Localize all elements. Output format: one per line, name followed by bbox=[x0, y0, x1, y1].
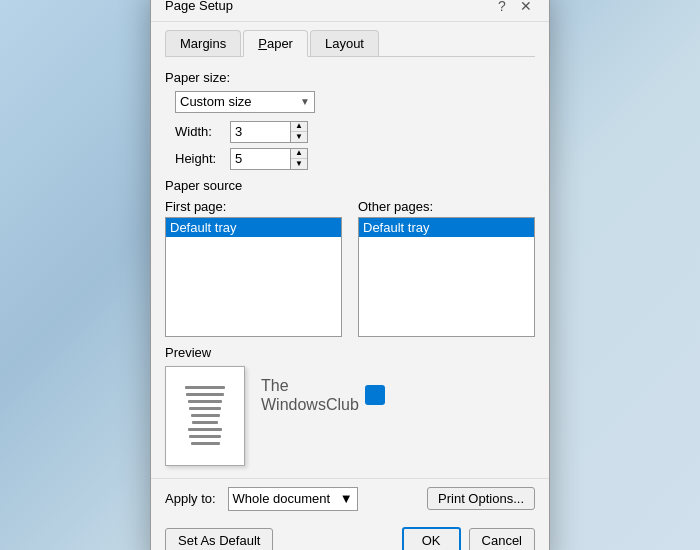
tab-layout[interactable]: Layout bbox=[310, 30, 379, 57]
first-page-label: First page: bbox=[165, 199, 342, 214]
height-input-group: ▲ ▼ bbox=[230, 148, 308, 170]
height-spinners: ▲ ▼ bbox=[290, 148, 308, 170]
other-pages-default-item[interactable]: Default tray bbox=[359, 218, 534, 237]
preview-label: Preview bbox=[165, 345, 535, 360]
preview-line-6 bbox=[192, 421, 218, 424]
source-row: First page: Default tray Other pages: De… bbox=[165, 199, 535, 337]
other-pages-col: Other pages: Default tray bbox=[358, 199, 535, 337]
windows-club-icon bbox=[365, 385, 385, 405]
preview-line-4 bbox=[189, 407, 221, 410]
preview-line-3 bbox=[188, 400, 223, 403]
tab-margins[interactable]: Margins bbox=[165, 30, 241, 57]
width-up-button[interactable]: ▲ bbox=[291, 122, 307, 132]
page-setup-dialog: Page Setup ? ✕ Margins Paper Layout Pape… bbox=[150, 0, 550, 550]
width-down-button[interactable]: ▼ bbox=[291, 132, 307, 142]
dialog-footer: Set As Default OK Cancel bbox=[151, 519, 549, 551]
other-pages-listbox[interactable]: Default tray bbox=[358, 217, 535, 337]
ok-button[interactable]: OK bbox=[402, 527, 461, 551]
paper-size-arrow: ▼ bbox=[300, 96, 310, 107]
first-page-listbox[interactable]: Default tray bbox=[165, 217, 342, 337]
other-pages-label: Other pages: bbox=[358, 199, 535, 214]
dialog-content: Paper size: Custom size ▼ Width: ▲ ▼ Hei… bbox=[151, 58, 549, 478]
preview-line-1 bbox=[185, 386, 226, 389]
tab-paper-label: Paper bbox=[258, 36, 293, 51]
width-input[interactable] bbox=[230, 121, 290, 143]
paper-size-select[interactable]: Custom size ▼ bbox=[175, 91, 315, 113]
first-page-col: First page: Default tray bbox=[165, 199, 342, 337]
height-row: Height: ▲ ▼ bbox=[175, 148, 535, 170]
apply-to-select[interactable]: Whole document ▼ bbox=[228, 487, 358, 511]
height-down-button[interactable]: ▼ bbox=[291, 159, 307, 169]
title-bar: Page Setup ? ✕ bbox=[151, 0, 549, 22]
height-input[interactable] bbox=[230, 148, 290, 170]
height-label: Height: bbox=[175, 151, 230, 166]
close-button[interactable]: ✕ bbox=[517, 0, 535, 15]
paper-source-label: Paper source bbox=[165, 178, 535, 193]
paper-size-label: Paper size: bbox=[165, 70, 535, 85]
watermark-line1: The bbox=[261, 376, 359, 395]
watermark-line2: WindowsClub bbox=[261, 395, 359, 414]
watermark: The WindowsClub bbox=[261, 366, 385, 414]
tab-paper[interactable]: Paper bbox=[243, 30, 308, 57]
apply-to-value: Whole document bbox=[233, 491, 331, 506]
width-spinners: ▲ ▼ bbox=[290, 121, 308, 143]
width-label: Width: bbox=[175, 124, 230, 139]
apply-to-row: Apply to: Whole document ▼ Print Options… bbox=[151, 478, 549, 519]
paper-size-value: Custom size bbox=[180, 94, 252, 109]
width-input-group: ▲ ▼ bbox=[230, 121, 308, 143]
first-page-default-item[interactable]: Default tray bbox=[166, 218, 341, 237]
preview-document bbox=[165, 366, 245, 466]
preview-line-7 bbox=[188, 428, 223, 431]
dialog-title: Page Setup bbox=[165, 0, 233, 13]
cancel-button[interactable]: Cancel bbox=[469, 528, 535, 551]
preview-section: Preview The WindowsClub bbox=[165, 345, 535, 466]
preview-line-5 bbox=[191, 414, 220, 417]
watermark-text-block: The WindowsClub bbox=[261, 376, 359, 414]
print-options-button[interactable]: Print Options... bbox=[427, 487, 535, 510]
apply-to-arrow: ▼ bbox=[340, 491, 353, 506]
tab-margins-label: Margins bbox=[180, 36, 226, 51]
height-up-button[interactable]: ▲ bbox=[291, 149, 307, 159]
preview-area: The WindowsClub bbox=[165, 366, 535, 466]
tab-bar: Margins Paper Layout bbox=[151, 22, 549, 57]
title-buttons: ? ✕ bbox=[493, 0, 535, 15]
preview-line-9 bbox=[191, 442, 220, 445]
tab-layout-label: Layout bbox=[325, 36, 364, 51]
help-button[interactable]: ? bbox=[493, 0, 511, 15]
preview-line-8 bbox=[189, 435, 221, 438]
apply-to-label: Apply to: bbox=[165, 491, 216, 506]
preview-line-2 bbox=[186, 393, 224, 396]
width-row: Width: ▲ ▼ bbox=[175, 121, 535, 143]
set-as-default-button[interactable]: Set As Default bbox=[165, 528, 273, 551]
